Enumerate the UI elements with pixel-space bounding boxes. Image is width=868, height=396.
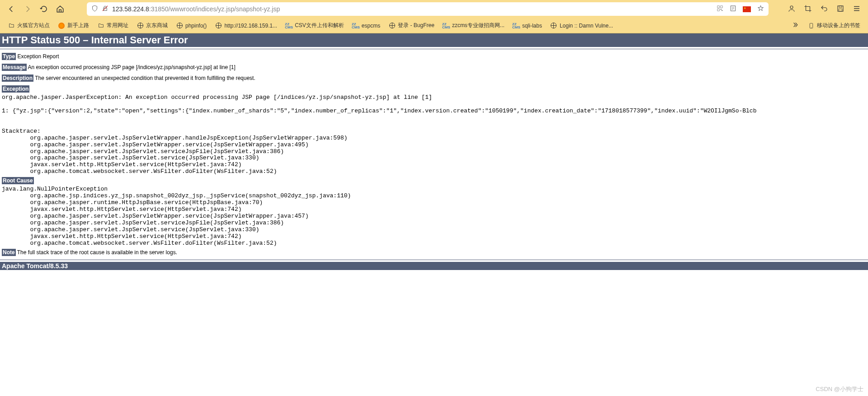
- reader-mode-icon[interactable]: [730, 5, 736, 13]
- svg-rect-4: [717, 9, 719, 11]
- type-label: Type: [2, 53, 16, 60]
- note-line: Note The full stack trace of the root ca…: [0, 247, 868, 258]
- folder-icon: [8, 22, 15, 29]
- root-cause-label: Root Cause: [2, 177, 34, 184]
- browser-toolbar: 123.58.224.8:31850/wwwroot/indices/yz.js…: [0, 0, 868, 18]
- bookmark-item[interactable]: ZZCMSzzcms专业做招商网...: [439, 20, 508, 31]
- bookmark-label: espcms: [362, 23, 380, 29]
- svg-rect-14: [839, 9, 842, 11]
- mobile-bookmarks-label: 移动设备上的书签: [817, 22, 860, 29]
- globe-icon: [137, 22, 144, 29]
- zz-icon: ZZCMS: [352, 22, 359, 29]
- bookmarks-overflow: 移动设备上的书签: [792, 20, 863, 31]
- account-icon[interactable]: [788, 5, 796, 14]
- description-value: The server encountered an unexpected con…: [33, 75, 255, 81]
- bookmark-item[interactable]: ZZCMSCSV文件上传和解析: [282, 20, 347, 31]
- bookmark-label: CSV文件上传和解析: [295, 22, 344, 29]
- message-value: An exception occurred processing JSP pag…: [27, 64, 236, 70]
- svg-point-11: [790, 6, 793, 9]
- note-value: The full stack trace of the root cause i…: [16, 249, 177, 256]
- nav-button-group: [4, 5, 68, 13]
- bookmarks-bar: 火狐官方站点新手上路常用网址京东商城phpinfo()http://192.16…: [0, 18, 868, 33]
- url-text[interactable]: 123.58.224.8:31850/wwwroot/indices/yz.js…: [112, 5, 713, 13]
- globe-icon: [550, 22, 557, 29]
- bookmark-item[interactable]: ZZCMSespcms: [349, 21, 383, 31]
- qr-icon[interactable]: [717, 5, 723, 13]
- bookmark-item[interactable]: Login :: Damn Vulne...: [547, 21, 616, 31]
- bookmark-label: http://192.168.159.1...: [224, 23, 277, 29]
- divider: [0, 260, 868, 260]
- description-line: Description The server encountered an un…: [0, 73, 868, 84]
- folder-icon: [97, 22, 104, 29]
- exception-stacktrace: org.apache.jasper.JasperException: An ex…: [0, 94, 868, 175]
- message-line: Message An exception occurred processing…: [0, 62, 868, 73]
- bookmark-label: 登录 - BugFree: [398, 22, 434, 29]
- forward-button[interactable]: [24, 5, 32, 13]
- bookmark-item[interactable]: http://192.168.159.1...: [212, 21, 280, 31]
- root-cause-heading: Root Cause: [0, 175, 868, 186]
- globe-icon: [215, 22, 222, 29]
- url-bar[interactable]: 123.58.224.8:31850/wwwroot/indices/yz.js…: [87, 2, 769, 16]
- url-right-icons: [717, 5, 764, 13]
- server-footer: Apache Tomcat/8.5.33: [0, 262, 868, 270]
- zz-icon: ZZCMS: [285, 22, 292, 29]
- right-toolbar-group: [788, 5, 864, 14]
- save-page-icon[interactable]: [836, 5, 844, 14]
- zz-icon: ZZCMS: [443, 22, 450, 29]
- page-content: HTTP Status 500 – Internal Server Error …: [0, 33, 868, 270]
- divider: [0, 49, 868, 49]
- description-label: Description: [2, 75, 33, 82]
- overflow-chevrons-icon[interactable]: [792, 21, 799, 30]
- svg-rect-6: [722, 10, 722, 11]
- bookmark-item[interactable]: 常用网址: [94, 20, 132, 31]
- bookmark-item[interactable]: 新手上路: [55, 20, 92, 31]
- root-cause-stacktrace: java.lang.NullPointerException org.apach…: [0, 186, 868, 247]
- bookmark-label: phpinfo(): [185, 23, 207, 29]
- svg-rect-3: [721, 6, 722, 8]
- globe-icon: [176, 22, 183, 29]
- bookmark-label: zzcms专业做招商网...: [452, 22, 505, 29]
- flag-cn-icon[interactable]: [743, 6, 751, 12]
- message-label: Message: [2, 64, 27, 71]
- mobile-bookmarks-button[interactable]: 移动设备上的书签: [804, 20, 863, 31]
- bookmark-item[interactable]: 登录 - BugFree: [385, 20, 438, 31]
- globe-icon: [388, 22, 396, 29]
- lock-insecure-icon[interactable]: [102, 5, 108, 13]
- bookmark-label: Login :: Damn Vulne...: [560, 23, 613, 29]
- bookmark-label: 常用网址: [107, 22, 128, 29]
- bookmark-label: sqli-labs: [522, 23, 542, 29]
- bookmark-label: 新手上路: [67, 22, 89, 29]
- bookmark-item[interactable]: ZZCMSsqli-labs: [509, 21, 545, 31]
- exception-label: Exception: [2, 85, 29, 93]
- home-button[interactable]: [56, 5, 64, 13]
- shield-icon[interactable]: [91, 5, 98, 13]
- menu-icon[interactable]: [853, 5, 861, 14]
- type-value: Exception Report: [16, 53, 59, 60]
- reload-button[interactable]: [40, 5, 48, 13]
- zz-icon: ZZCMS: [513, 22, 520, 29]
- exception-heading: Exception: [0, 84, 868, 94]
- svg-rect-2: [717, 6, 719, 8]
- bookmark-star-icon[interactable]: [757, 5, 764, 13]
- svg-rect-12: [838, 6, 843, 11]
- bookmark-label: 火狐官方站点: [17, 22, 50, 29]
- undo-ext-icon[interactable]: [820, 5, 828, 14]
- crop-icon[interactable]: [804, 5, 812, 14]
- mobile-icon: [807, 22, 815, 29]
- bookmark-label: 京东商城: [146, 22, 168, 29]
- firefox-icon: [58, 22, 65, 29]
- page-title: HTTP Status 500 – Internal Server Error: [0, 33, 868, 47]
- type-line: Type Exception Report: [0, 51, 868, 62]
- svg-point-19: [811, 27, 811, 28]
- bookmark-item[interactable]: 火狐官方站点: [5, 20, 53, 31]
- back-button[interactable]: [7, 5, 15, 13]
- bookmark-item[interactable]: phpinfo(): [173, 21, 210, 31]
- note-label: Note: [2, 249, 16, 256]
- bookmark-item[interactable]: 京东商城: [133, 20, 171, 31]
- svg-rect-5: [721, 9, 722, 10]
